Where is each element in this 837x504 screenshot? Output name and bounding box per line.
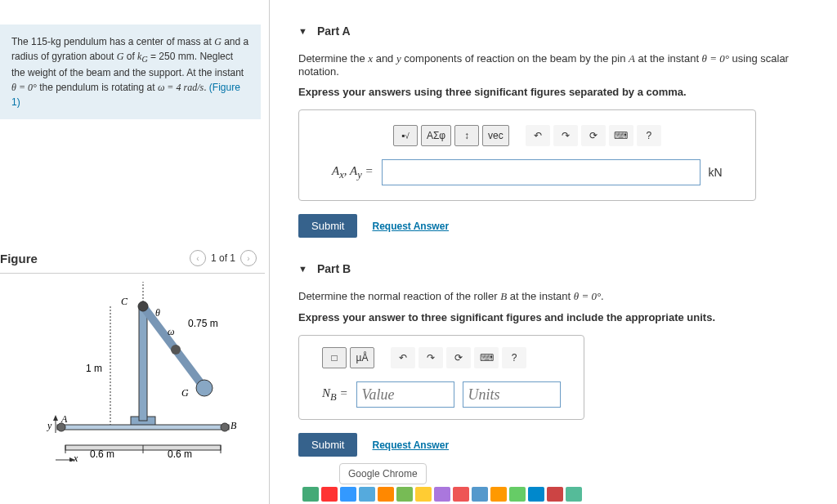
help-icon[interactable]: ?	[637, 125, 661, 146]
figure-pager-text: 1 of 1	[211, 252, 235, 264]
part-a-instruction: Express your answers using three signifi…	[298, 86, 821, 98]
tool-subscript-icon[interactable]: ↕	[454, 125, 479, 146]
svg-point-4	[138, 301, 148, 311]
part-a-unit: kN	[709, 166, 723, 179]
part-b-answer-box: □ µÅ ↶ ↷ ⟳ ⌨ ? NB =	[298, 335, 584, 420]
part-b-instruction: Express your answer to three significant…	[298, 311, 821, 323]
part-a-var-label: Ax, Ay =	[332, 164, 374, 181]
svg-text:0.6 m: 0.6 m	[168, 448, 192, 460]
problem-statement: The 115-kg pendulum has a center of mass…	[0, 25, 261, 119]
keyboard-icon[interactable]: ⌨	[609, 125, 633, 146]
svg-text:0.75 m: 0.75 m	[188, 318, 218, 329]
reset-icon[interactable]: ⟳	[581, 125, 606, 146]
keyboard-icon[interactable]: ⌨	[474, 347, 499, 368]
figure-next-button[interactable]: ›	[240, 250, 257, 266]
tool-greek-icon[interactable]: ΑΣφ	[421, 125, 451, 146]
svg-point-5	[171, 345, 181, 355]
part-b-prompt: Determine the normal reaction of the rol…	[298, 290, 821, 303]
tool-unit-template-icon[interactable]: □	[322, 347, 347, 368]
part-b-value-input[interactable]	[356, 381, 454, 408]
redo-icon[interactable]: ↷	[553, 125, 578, 146]
part-a-title: Part A	[317, 25, 351, 38]
tool-micro-ang-icon[interactable]: µÅ	[350, 347, 374, 368]
svg-text:1 m: 1 m	[86, 363, 102, 374]
figure-title: Figure	[0, 252, 38, 265]
svg-text:C: C	[121, 296, 128, 307]
undo-icon[interactable]: ↶	[526, 125, 550, 146]
svg-point-6	[196, 380, 213, 396]
svg-text:A: A	[60, 413, 68, 425]
svg-text:B: B	[231, 420, 237, 431]
tool-template-icon[interactable]: ▪√	[393, 125, 418, 146]
figure-prev-button[interactable]: ‹	[190, 250, 206, 266]
undo-icon[interactable]: ↶	[391, 347, 415, 368]
redo-icon[interactable]: ↷	[418, 347, 443, 368]
tool-vec-icon[interactable]: vec	[482, 125, 509, 146]
svg-text:y: y	[47, 420, 52, 431]
part-b-submit-button[interactable]: Submit	[298, 433, 357, 457]
svg-text:θ: θ	[155, 307, 160, 319]
part-b-var-label: NB =	[322, 386, 348, 404]
part-b-collapse-icon[interactable]: ▼	[298, 264, 307, 274]
svg-rect-1	[57, 425, 229, 430]
part-a-prompt: Determine the x and y components of reac…	[298, 52, 821, 78]
part-a-submit-button[interactable]: Submit	[298, 214, 357, 238]
part-b-title: Part B	[317, 262, 351, 275]
part-b-units-input[interactable]	[463, 381, 561, 408]
part-a-answer-box: ▪√ ΑΣφ ↕ vec ↶ ↷ ⟳ ⌨ ? Ax, Ay = kN	[298, 109, 756, 201]
svg-rect-2	[139, 306, 147, 421]
part-a-collapse-icon[interactable]: ▼	[298, 26, 307, 36]
svg-text:0.6 m: 0.6 m	[90, 448, 114, 460]
chrome-notification: Google Chrome	[339, 463, 427, 484]
svg-point-8	[221, 423, 229, 431]
part-b-request-answer-link[interactable]: Request Answer	[372, 439, 449, 451]
part-a-request-answer-link[interactable]: Request Answer	[372, 221, 449, 232]
taskbar	[302, 484, 837, 504]
part-a-answer-input[interactable]	[382, 159, 700, 185]
svg-text:G: G	[181, 387, 189, 399]
figure-diagram: C θ ω 0.75 m 1 m G y A B 0.6 m 0.6 m x	[0, 274, 265, 464]
help-icon[interactable]: ?	[502, 347, 526, 368]
reset-icon[interactable]: ⟳	[446, 347, 471, 368]
svg-text:ω: ω	[168, 326, 174, 337]
svg-marker-26	[53, 415, 58, 421]
